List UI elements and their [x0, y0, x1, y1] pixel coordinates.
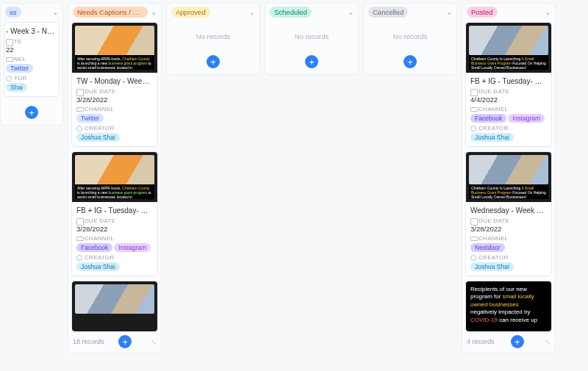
channel-tags: Nextdoor — [470, 242, 547, 252]
creator-label: TOR — [6, 75, 54, 82]
creator-tag: Joshua Shai — [76, 133, 120, 142]
user-icon — [76, 255, 82, 261]
card-body: TW - Monday - Week 1 - D...DUE DATE3/28/… — [72, 73, 157, 146]
due-date-label: DUE DATE — [76, 88, 153, 95]
add-record-button[interactable]: + — [404, 55, 417, 68]
column-body: No records+ — [364, 21, 456, 74]
kanban-card[interactable]: After securing ARPA funds, Chatham Count… — [71, 151, 158, 276]
column-title-pill: Cancelled — [368, 7, 408, 18]
user-icon — [6, 76, 12, 82]
card-thumbnail: Chatham County Is Launching A Small Busi… — [466, 152, 551, 202]
calendar-icon — [470, 89, 476, 95]
add-record-button[interactable]: + — [118, 335, 132, 348]
creator-label: CREATOR — [76, 254, 153, 261]
creator-label: CREATOR — [470, 125, 547, 132]
add-record-button[interactable]: + — [305, 55, 318, 68]
record-count: 4 records — [467, 338, 495, 345]
chevron-down-icon[interactable]: ⌄ — [345, 8, 354, 16]
column-header[interactable]: ss⌄ — [1, 4, 62, 21]
channel-tag: Instagram — [114, 243, 151, 252]
kanban-column-cancelled: Cancelled⌄No records+ — [363, 3, 457, 75]
user-icon — [76, 126, 82, 132]
add-record-button[interactable]: + — [25, 106, 38, 119]
column-body: After securing ARPA funds, Chatham Count… — [68, 21, 161, 332]
creator-label: CREATOR — [470, 254, 547, 261]
card-thumbnail: Chatham County Is Launching A Small Busi… — [466, 23, 551, 73]
due-date-value: 4/4/2022 — [470, 96, 547, 104]
user-icon — [470, 126, 476, 132]
card-body: - Week 3 - NewsletterTE22NELTwitterTORSh… — [4, 23, 59, 96]
add-row: + — [367, 51, 453, 74]
kanban-column-approved: Approved⌄No records+ — [166, 3, 260, 75]
due-date-label: DUE DATE — [470, 88, 547, 95]
column-header[interactable]: Cancelled⌄ — [364, 4, 456, 21]
column-body: Chatham County Is Launching A Small Busi… — [462, 21, 555, 332]
creator-label: CREATOR — [76, 125, 153, 132]
due-date-value: 3/28/2022 — [76, 225, 153, 233]
thumbnail-photo — [469, 155, 548, 184]
card-title: - Week 3 - Newsletter — [6, 27, 54, 35]
channel-icon — [76, 236, 82, 242]
card-thumbnail — [72, 281, 157, 331]
column-title-pill: Posted — [467, 7, 498, 18]
channel-icon — [470, 107, 476, 112]
chevron-down-icon[interactable]: ⌄ — [148, 8, 157, 16]
column-header[interactable]: Approved⌄ — [167, 4, 259, 21]
kanban-card[interactable]: Chatham County Is Launching A Small Busi… — [465, 151, 552, 276]
kanban-board: ss⌄- Week 3 - NewsletterTE22NELTwitterTO… — [0, 0, 588, 371]
column-footer: 18 records+⤡ — [68, 332, 161, 353]
column-header[interactable]: Needs Captions / Finished Co...⌄ — [68, 4, 161, 21]
column-title-pill: ss — [5, 7, 21, 18]
resize-handle-icon[interactable]: ⤡ — [146, 338, 157, 346]
calendar-icon — [6, 39, 12, 45]
kanban-card[interactable]: - Week 3 - NewsletterTE22NELTwitterTORSh… — [4, 22, 60, 97]
thumbnail-photo — [75, 155, 154, 186]
due-date-value: 3/28/2022 — [470, 225, 547, 233]
calendar-icon — [76, 89, 82, 95]
kanban-card[interactable]: Chatham County Is Launching A Small Busi… — [465, 22, 552, 147]
channel-label: CHANNEL — [76, 106, 153, 112]
add-record-button[interactable]: + — [511, 335, 524, 348]
due-date-label: TE — [6, 38, 54, 45]
card-title: FB + IG - Tuesday- Week 1 ... — [76, 206, 153, 215]
thumbnail-photo — [469, 26, 548, 55]
column-body: No records+ — [265, 21, 358, 74]
card-body: FB + IG - Tuesday- Week 1 ...DUE DATE3/2… — [72, 202, 157, 275]
thumbnail-banner: Chatham County Is Launching A Small Busi… — [469, 184, 548, 199]
resize-handle-icon[interactable]: ⤡ — [540, 338, 551, 346]
kanban-card[interactable]: After securing ARPA funds, Chatham Count… — [71, 22, 158, 147]
creator-tag: Shai — [6, 83, 27, 92]
channel-tags: FacebookInstagram — [470, 112, 547, 123]
thumbnail-banner: Chatham County Is Launching A Small Busi… — [469, 55, 548, 70]
add-row: + — [4, 101, 60, 125]
add-record-button[interactable]: + — [207, 55, 220, 68]
due-date-label: DUE DATE — [76, 217, 153, 224]
column-title-pill: Scheduled — [270, 7, 312, 18]
kanban-card[interactable] — [71, 281, 158, 332]
chevron-down-icon[interactable]: ⌄ — [49, 8, 58, 16]
due-date-value: 22 — [6, 46, 54, 54]
channel-icon — [6, 57, 12, 62]
calendar-icon — [470, 218, 476, 224]
column-title-pill: Needs Captions / Finished Co... — [73, 7, 148, 18]
creator-tag: Joshua Shai — [470, 133, 514, 142]
thumbnail-photo — [75, 26, 154, 57]
card-title: FB + IG - Tuesday- Week 2... — [470, 77, 547, 85]
column-header[interactable]: Posted⌄ — [462, 4, 555, 21]
empty-state: No records — [367, 22, 453, 46]
card-title: TW - Monday - Week 1 - D... — [76, 77, 153, 85]
user-icon — [470, 255, 476, 261]
column-title-pill: Approved — [171, 7, 210, 18]
channel-tags: FacebookInstagram — [76, 242, 153, 252]
channel-tag: Twitter — [76, 114, 104, 123]
chevron-down-icon[interactable]: ⌄ — [246, 8, 255, 16]
kanban-column-needs_captions: Needs Captions / Finished Co...⌄After se… — [68, 3, 162, 353]
column-header[interactable]: Scheduled⌄ — [265, 4, 358, 21]
thumbnail-photo — [75, 284, 154, 314]
channel-icon — [470, 236, 476, 242]
chevron-down-icon[interactable]: ⌄ — [542, 8, 551, 16]
kanban-card[interactable]: Recipients of our new program for small … — [465, 281, 552, 332]
thumbnail-banner: After securing ARPA funds, Chatham Count… — [75, 55, 154, 70]
channel-tag: Nextdoor — [470, 243, 505, 252]
chevron-down-icon[interactable]: ⌄ — [443, 8, 452, 16]
